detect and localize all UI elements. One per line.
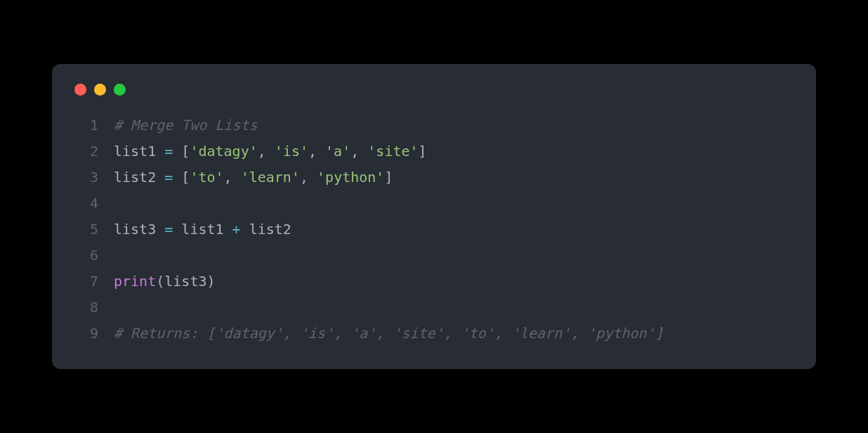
token-plain: list3	[164, 273, 206, 290]
token-punct: [	[181, 169, 190, 186]
code-line: 3list2 = ['to', 'learn', 'python']	[72, 164, 796, 190]
token-plain	[173, 143, 181, 160]
code-line: 1# Merge Two Lists	[72, 112, 796, 138]
token-punct: (	[156, 273, 164, 290]
line-number: 9	[72, 321, 98, 347]
close-icon[interactable]	[74, 84, 86, 96]
token-plain: list2	[241, 221, 291, 238]
line-number: 8	[72, 295, 98, 321]
token-op: +	[232, 221, 241, 238]
token-punct: ]	[419, 143, 427, 160]
code-line: 2list1 = ['datagy', 'is', 'a', 'site']	[72, 138, 796, 164]
token-plain: list3	[114, 221, 164, 238]
maximize-icon[interactable]	[114, 84, 126, 96]
line-content: list2 = ['to', 'learn', 'python']	[114, 164, 796, 190]
token-string: 'is'	[275, 143, 308, 160]
token-string: 'python'	[317, 169, 384, 186]
token-string: 'site'	[367, 143, 418, 160]
token-string: 'to'	[190, 169, 223, 186]
line-content: # Merge Two Lists	[114, 112, 796, 138]
token-comment: # Returns: ['datagy', 'is', 'a', 'site',…	[114, 325, 664, 342]
token-op: =	[164, 143, 173, 160]
token-punct: ,	[308, 143, 325, 160]
token-punct: [	[181, 143, 190, 160]
token-punct: ,	[300, 169, 317, 186]
code-line: 4	[72, 190, 796, 216]
line-content	[114, 190, 796, 216]
token-plain	[173, 169, 181, 186]
token-comment: # Merge Two Lists	[114, 117, 258, 134]
line-number: 2	[72, 138, 98, 164]
minimize-icon[interactable]	[94, 84, 106, 96]
token-func: print	[114, 273, 156, 290]
token-plain: list2	[114, 169, 164, 186]
line-number: 7	[72, 269, 98, 295]
code-line: 5list3 = list1 + list2	[72, 216, 796, 243]
code-line: 9# Returns: ['datagy', 'is', 'a', 'site'…	[72, 321, 796, 347]
token-op: =	[164, 169, 173, 186]
token-plain: list1	[114, 143, 164, 160]
code-block: 1# Merge Two Lists2list1 = ['datagy', 'i…	[72, 112, 796, 347]
code-line: 6	[72, 243, 796, 269]
line-number: 4	[72, 190, 98, 216]
token-string: 'a'	[325, 143, 350, 160]
line-content: list1 = ['datagy', 'is', 'a', 'site']	[114, 138, 796, 164]
token-punct: ]	[384, 169, 393, 186]
line-content	[114, 243, 796, 269]
token-plain: list1	[173, 221, 232, 238]
code-line: 7print(list3)	[72, 269, 796, 295]
line-content: # Returns: ['datagy', 'is', 'a', 'site',…	[114, 321, 796, 347]
token-punct: ,	[350, 143, 367, 160]
token-op: =	[164, 221, 173, 238]
token-string: 'datagy'	[190, 143, 257, 160]
token-punct: )	[206, 273, 215, 290]
token-string: 'learn'	[241, 169, 300, 186]
line-content	[114, 295, 796, 321]
line-content: print(list3)	[114, 269, 796, 295]
line-number: 1	[72, 112, 98, 138]
code-window: 1# Merge Two Lists2list1 = ['datagy', 'i…	[52, 64, 816, 369]
line-number: 3	[72, 164, 98, 190]
token-punct: ,	[258, 143, 275, 160]
line-number: 6	[72, 243, 98, 269]
window-controls	[72, 84, 796, 96]
code-line: 8	[72, 295, 796, 321]
line-content: list3 = list1 + list2	[114, 216, 796, 243]
token-punct: ,	[224, 169, 241, 186]
line-number: 5	[72, 216, 98, 243]
